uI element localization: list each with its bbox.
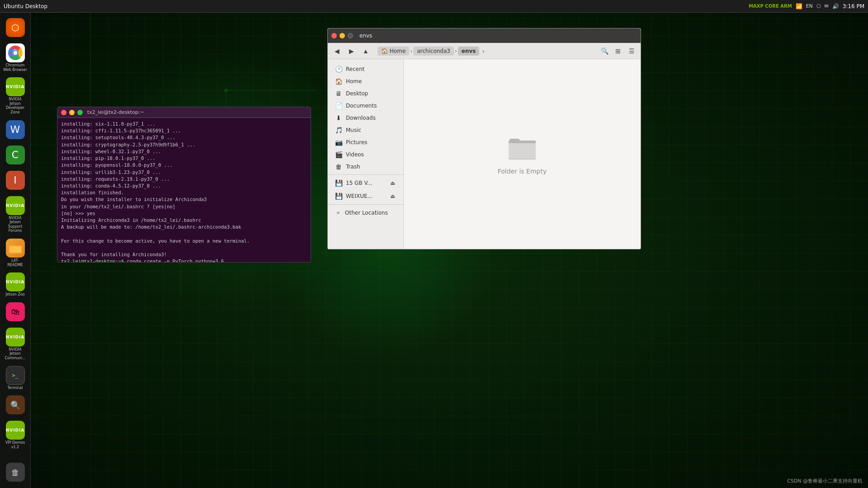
sidebar-item-trash[interactable]: 🗑 Trash xyxy=(330,161,401,173)
sidebar-documents-label: Documents xyxy=(346,103,377,109)
bluetooth-icon[interactable]: ⬡ xyxy=(816,3,821,9)
fm-menu-btn[interactable]: ☰ xyxy=(625,45,638,57)
term-line-20: tx2_lei@tx2-desktop:~$ conda create -n P… xyxy=(61,258,307,262)
terminal-window: tx2_lei@tx2-desktop:~ installing: six-1.… xyxy=(57,107,311,263)
chromium-icon xyxy=(6,43,25,62)
dock-item-search[interactable]: 🔍 xyxy=(2,394,29,417)
nvidia-support-icon: NVIDIA xyxy=(6,196,25,215)
term-line-17: For this change to become active, you ha… xyxy=(61,238,307,244)
dock-item-ubuntu[interactable]: ⬡ xyxy=(2,16,29,40)
sidebar-item-music[interactable]: 🎵 Music xyxy=(330,124,401,136)
nvidia-comms-label: NVIDIAJetsonCommuni... xyxy=(5,347,25,361)
dock-item-nvidia-comms[interactable]: NVIDIA NVIDIAJetsonCommuni... xyxy=(2,326,29,362)
taskbar-right: MAXP CORE ARM 📶 EN ⬡ ✉ 🔊 3:16 PM xyxy=(749,3,864,9)
sidebar-item-home[interactable]: 🏠 Home xyxy=(330,75,401,87)
svg-point-13 xyxy=(13,51,17,55)
breadcrumb-more-btn[interactable]: › xyxy=(480,47,486,56)
home-breadcrumb-label: Home xyxy=(390,48,406,54)
sidebar-item-downloads[interactable]: ⬇ Downloads xyxy=(330,112,401,124)
terminal-content[interactable]: installing: six-1.11.0-py37_1 ... instal… xyxy=(57,118,311,262)
fm-back-btn[interactable]: ◀ xyxy=(330,45,343,57)
sidebar-desktop-icon: 🖥 xyxy=(335,90,342,97)
dock-item-calc[interactable]: C xyxy=(2,144,29,167)
dock-item-vpi[interactable]: NVIDIA VPI Demosv1.2 xyxy=(2,419,29,451)
dock-item-terminal[interactable]: >_ Terminal xyxy=(2,364,29,392)
dock-item-nvidia-support[interactable]: NVIDIA NVIDIAJetsonSupportForums xyxy=(2,194,29,235)
eject-15gb-btn[interactable]: ⏏ xyxy=(389,179,396,187)
jetsenzoo-label: Jetson Zoo xyxy=(5,292,24,297)
dock-item-l4t-folder[interactable]: L4T-README xyxy=(2,237,29,269)
sidebar-home-icon: 🏠 xyxy=(335,78,342,85)
sidebar-item-desktop[interactable]: 🖥 Desktop xyxy=(330,88,401,99)
software-icon: 🛍 xyxy=(6,302,25,321)
wifi-icon[interactable]: 📶 xyxy=(796,3,802,9)
add-location-icon: ＋ xyxy=(335,209,341,217)
svg-point-11 xyxy=(7,45,24,61)
sidebar-item-weixue[interactable]: 💾 WEIXUE... ⏏ xyxy=(330,190,401,202)
sidebar-15gb-icon: 💾 xyxy=(335,179,342,187)
term-line-7: installing: urllib3-1.23-py37_0 ... xyxy=(61,169,307,176)
sidebar-downloads-label: Downloads xyxy=(346,115,376,121)
sidebar-item-pictures[interactable]: 📷 Pictures xyxy=(330,136,401,148)
sidebar-weixue-icon: 💾 xyxy=(335,192,342,200)
sidebar-music-icon: 🎵 xyxy=(335,127,342,134)
breadcrumb-home[interactable]: 🏠 Home xyxy=(377,47,409,56)
term-line-12: in your /home/tx2_lei/.bashrc ? [yes|no] xyxy=(61,203,307,210)
terminal-close-btn[interactable] xyxy=(61,110,66,115)
fm-view-toggle-btn[interactable]: ⊞ xyxy=(612,45,624,57)
terminal-titlebar: tx2_lei@tx2-desktop:~ xyxy=(57,107,311,118)
mail-icon[interactable]: ✉ xyxy=(824,3,828,9)
empty-folder-label: Folder is Empty xyxy=(498,168,547,175)
term-line-18 xyxy=(61,244,307,251)
fm-breadcrumb: 🏠 Home › archiconda3 › envs › xyxy=(377,47,486,56)
sidebar-other-locations-label: Other Locations xyxy=(345,210,388,216)
term-line-1: installing: cffi-1.11.5-py37hc365091_1 .… xyxy=(61,127,307,134)
home-breadcrumb-icon: 🏠 xyxy=(381,48,388,54)
terminal-maximize-btn[interactable] xyxy=(77,110,83,115)
sidebar-videos-label: Videos xyxy=(346,151,364,158)
sidebar-desktop-label: Desktop xyxy=(346,90,368,97)
sidebar-downloads-icon: ⬇ xyxy=(335,114,342,122)
fm-main-content: Folder is Empty xyxy=(404,59,641,249)
vpi-label: VPI Demosv1.2 xyxy=(5,441,25,449)
fm-search-btn[interactable]: 🔍 xyxy=(598,45,611,57)
breadcrumb-archiconda3[interactable]: archiconda3 xyxy=(413,47,454,56)
fm-max-btn[interactable] xyxy=(348,33,353,38)
keyboard-indicator[interactable]: EN xyxy=(806,3,813,9)
dock-item-trash[interactable]: 🗑 xyxy=(2,461,29,484)
breadcrumb-envs[interactable]: envs xyxy=(458,47,480,56)
term-line-10: installation finished. xyxy=(61,189,307,196)
sidebar-item-recent[interactable]: 🕐 Recent xyxy=(330,63,401,75)
calc-icon: C xyxy=(6,145,25,164)
sidebar-item-other-locations[interactable]: ＋ Other Locations xyxy=(330,206,401,219)
nvidia-support-label: NVIDIAJetsonSupportForums xyxy=(8,216,23,233)
nvidia-jetson-label: NVIDIAJetsonDeveloperZone xyxy=(6,97,24,114)
writer-icon: W xyxy=(6,120,25,139)
terminal-minimize-btn[interactable] xyxy=(69,110,75,115)
sidebar-home-label: Home xyxy=(346,78,362,84)
dock: ⬡ Chromium Web Browser NVIDIA NVIDIAJ xyxy=(0,13,31,488)
fm-forward-btn[interactable]: ▶ xyxy=(345,45,358,57)
dock-item-nvidia-jetson[interactable]: NVIDIA NVIDIAJetsonDeveloperZone xyxy=(2,75,29,116)
dock-item-impress[interactable]: I xyxy=(2,169,29,192)
dock-item-chromium[interactable]: Chromium Web Browser xyxy=(2,42,29,74)
sidebar-trash-label: Trash xyxy=(346,164,360,170)
nvidia-indicator: MAXP CORE ARM xyxy=(749,4,792,9)
eject-weixue-btn[interactable]: ⏏ xyxy=(389,192,396,200)
sidebar-videos-icon: 🎬 xyxy=(335,151,342,158)
fm-up-btn[interactable]: ▲ xyxy=(359,45,372,57)
fm-titlebar: envs xyxy=(328,28,641,43)
sidebar-item-documents[interactable]: 📄 Documents xyxy=(330,100,401,112)
dock-item-software[interactable]: 🛍 xyxy=(2,300,29,324)
dock-item-writer[interactable]: W xyxy=(2,118,29,142)
sidebar-item-videos[interactable]: 🎬 Videos xyxy=(330,149,401,160)
sidebar-item-15gb[interactable]: 💾 15 GB V... ⏏ xyxy=(330,177,401,189)
sidebar-trash-icon: 🗑 xyxy=(335,163,342,170)
dock-item-jetsenzoo[interactable]: NVIDIA Jetson Zoo xyxy=(2,271,29,299)
breadcrumb-arrow-1: › xyxy=(410,48,412,54)
fm-min-btn[interactable] xyxy=(340,33,345,38)
term-line-4: installing: wheel-0.32.1-py37_0 ... xyxy=(61,148,307,155)
fm-close-btn[interactable] xyxy=(331,33,337,38)
term-line-5: installing: pip-10.0.1-py37_0 ... xyxy=(61,155,307,162)
volume-icon[interactable]: 🔊 xyxy=(832,3,839,9)
